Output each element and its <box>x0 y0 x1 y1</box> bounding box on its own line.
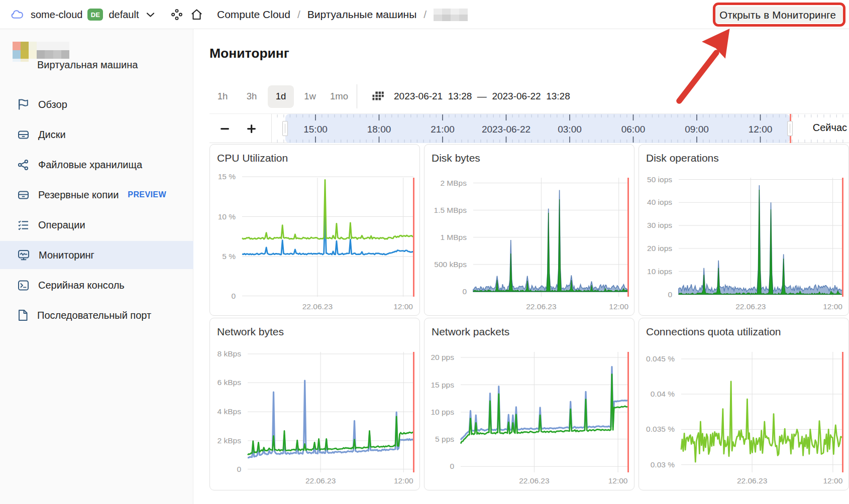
svg-text:12:00: 12:00 <box>609 302 628 311</box>
svg-text:0: 0 <box>450 462 454 470</box>
svg-text:21:00: 21:00 <box>431 124 455 135</box>
svg-text:12:00: 12:00 <box>823 476 843 485</box>
svg-text:0.03 %: 0.03 % <box>651 460 675 469</box>
svg-text:6 kBps: 6 kBps <box>218 378 242 387</box>
svg-text:12:00: 12:00 <box>394 476 413 485</box>
svg-text:09:00: 09:00 <box>685 124 709 135</box>
svg-text:1.5 MBps: 1.5 MBps <box>434 206 467 214</box>
svg-text:2 MBps: 2 MBps <box>440 179 467 187</box>
svg-text:22.06.23: 22.06.23 <box>519 476 549 485</box>
svg-text:8 kBps: 8 kBps <box>218 349 242 358</box>
svg-text:0.04 %: 0.04 % <box>651 390 675 398</box>
svg-text:0: 0 <box>668 290 672 299</box>
svg-text:22.06.23: 22.06.23 <box>735 302 766 311</box>
svg-text:22.06.23: 22.06.23 <box>737 476 767 485</box>
svg-text:2 kBps: 2 kBps <box>218 436 242 445</box>
svg-text:10 iops: 10 iops <box>647 267 672 276</box>
svg-text:22.06.23: 22.06.23 <box>526 302 556 311</box>
svg-text:18:00: 18:00 <box>367 124 391 135</box>
svg-text:20 pps: 20 pps <box>431 353 454 361</box>
svg-text:50 iops: 50 iops <box>647 175 672 184</box>
svg-text:500 kBps: 500 kBps <box>434 260 467 269</box>
svg-text:12:00: 12:00 <box>608 476 628 485</box>
svg-text:12:00: 12:00 <box>393 302 413 311</box>
svg-text:0.045 %: 0.045 % <box>646 354 675 363</box>
svg-text:0.035 %: 0.035 % <box>646 425 675 433</box>
svg-text:10 pps: 10 pps <box>431 408 454 416</box>
svg-text:03:00: 03:00 <box>558 124 582 135</box>
svg-text:12:00: 12:00 <box>823 302 842 311</box>
svg-text:0: 0 <box>237 465 241 473</box>
svg-text:06:00: 06:00 <box>621 124 646 135</box>
svg-text:5 pps: 5 pps <box>435 435 454 443</box>
svg-text:1 MBps: 1 MBps <box>440 233 467 241</box>
svg-text:40 iops: 40 iops <box>647 198 672 206</box>
svg-text:15 %: 15 % <box>218 172 236 181</box>
svg-text:22.06.23: 22.06.23 <box>305 476 336 485</box>
svg-text:22.06.23: 22.06.23 <box>302 302 333 311</box>
svg-text:15:00: 15:00 <box>303 124 328 135</box>
svg-text:2023-06-22: 2023-06-22 <box>482 124 530 135</box>
svg-text:5 %: 5 % <box>222 252 236 261</box>
svg-text:20 iops: 20 iops <box>647 244 672 253</box>
svg-text:12:00: 12:00 <box>749 124 773 135</box>
svg-text:30 iops: 30 iops <box>647 221 672 229</box>
svg-text:0: 0 <box>231 292 236 300</box>
svg-text:10 %: 10 % <box>218 212 236 221</box>
svg-text:0: 0 <box>462 287 467 296</box>
svg-text:15 pps: 15 pps <box>431 381 454 389</box>
svg-text:4 kBps: 4 kBps <box>218 407 242 416</box>
